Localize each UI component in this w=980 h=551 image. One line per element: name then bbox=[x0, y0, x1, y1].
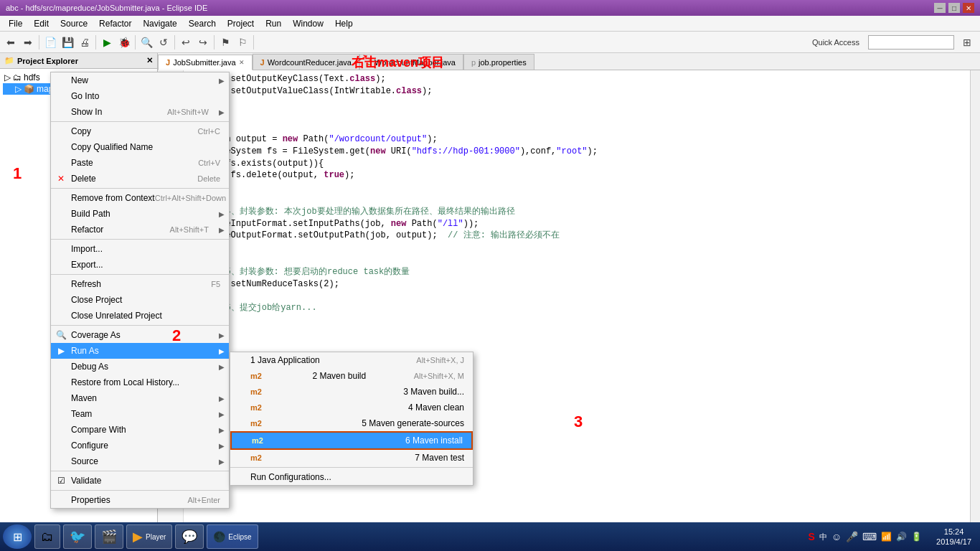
tab-properties[interactable]: p job.properties bbox=[463, 54, 534, 70]
runas-run-configs[interactable]: Run Configurations... bbox=[230, 469, 473, 485]
ctx-run-arrow: ▶ bbox=[219, 347, 225, 355]
ctx-configure-arrow: ▶ bbox=[219, 442, 225, 450]
ctx-sep-6 bbox=[51, 471, 229, 471]
ctx-build-path[interactable]: ▶ Build Path bbox=[51, 206, 229, 222]
ctx-paste[interactable]: Paste Ctrl+V bbox=[51, 155, 229, 171]
toolbar-search[interactable]: 🔍 bbox=[138, 34, 154, 50]
menu-project[interactable]: Project bbox=[222, 16, 260, 31]
minimize-button[interactable]: ─ bbox=[934, 3, 946, 13]
ctx-restore-history[interactable]: Restore from Local History... bbox=[51, 375, 229, 390]
ctx-source[interactable]: ▶ Source bbox=[51, 453, 229, 469]
maven-build-shortcut: Alt+Shift+X, M bbox=[414, 372, 464, 380]
toolbar-prev-annot[interactable]: ⚐ bbox=[235, 34, 250, 50]
ctx-refresh[interactable]: Refresh F5 bbox=[51, 276, 229, 292]
menu-navigate[interactable]: Navigate bbox=[137, 16, 182, 31]
taskbar-app-player[interactable]: ▶ Player bbox=[126, 524, 172, 549]
tab-close-job[interactable]: ✕ bbox=[239, 59, 245, 66]
project-explorer-title: Project Explorer bbox=[17, 57, 78, 65]
maven-build-dots-prefix: m2 bbox=[250, 387, 262, 396]
project-label-hdfs: hdfs bbox=[24, 72, 40, 83]
ctx-team[interactable]: ▶ Team bbox=[51, 406, 229, 422]
ctx-build-arrow: ▶ bbox=[219, 210, 225, 218]
editor-scrollbar[interactable] bbox=[970, 70, 980, 522]
runas-maven-test[interactable]: m2 7 Maven test bbox=[230, 450, 473, 466]
runas-maven-clean[interactable]: m2 4 Maven clean bbox=[230, 400, 473, 415]
ctx-remove-context[interactable]: Remove from Context Ctrl+Alt+Shift+Down bbox=[51, 190, 229, 206]
ctx-delete[interactable]: ✕ Delete Delete bbox=[51, 171, 229, 187]
menu-run[interactable]: Run bbox=[260, 16, 287, 31]
ctx-debug-as[interactable]: ▶ Debug As bbox=[51, 359, 229, 375]
ctx-coverage-as[interactable]: 🔍 ▶ Coverage As bbox=[51, 327, 229, 343]
ctx-new[interactable]: ▶ New bbox=[51, 72, 229, 88]
tab-jobsubmitter[interactable]: J JobSubmitter.java ✕ bbox=[158, 55, 253, 70]
menu-source[interactable]: Source bbox=[55, 16, 93, 31]
tab-icon-reducer: J bbox=[260, 58, 265, 67]
ctx-remove-shortcut: Ctrl+Alt+Shift+Down bbox=[155, 194, 226, 202]
toolbar-print[interactable]: 🖨 bbox=[77, 34, 93, 50]
menu-refactor[interactable]: Refactor bbox=[93, 16, 137, 31]
run-configs-label: Run Configurations... bbox=[250, 472, 331, 482]
expand-icon-hdfs: ▷ bbox=[4, 72, 11, 83]
toolbar-forward[interactable]: ➡ bbox=[20, 34, 36, 50]
ctx-maven[interactable]: ▶ Maven bbox=[51, 390, 229, 406]
clock-time: 15:24 bbox=[936, 527, 971, 537]
chat-taskbar-icon: 💬 bbox=[182, 529, 197, 545]
runas-maven-build[interactable]: m2 2 Maven build Alt+Shift+X, M bbox=[230, 368, 473, 384]
ctx-configure[interactable]: ▶ Configure bbox=[51, 438, 229, 453]
ctx-copy[interactable]: Copy Ctrl+C bbox=[51, 123, 229, 139]
quick-access-input[interactable] bbox=[868, 35, 954, 50]
tab-label-reducer: WordcountReducer.java bbox=[268, 58, 352, 67]
ctx-properties[interactable]: Properties Alt+Enter bbox=[51, 492, 229, 508]
toolbar-redo[interactable]: ↪ bbox=[195, 34, 211, 50]
toolbar-new[interactable]: 📄 bbox=[42, 34, 58, 50]
ctx-refactor-shortcut: Alt+Shift+T bbox=[170, 225, 220, 234]
menu-search[interactable]: Search bbox=[183, 16, 222, 31]
project-icon-hdfs: 🗂 bbox=[13, 72, 22, 83]
menu-window[interactable]: Window bbox=[287, 16, 329, 31]
keyboard-icon: ⌨ bbox=[862, 531, 877, 542]
runas-sep bbox=[230, 467, 473, 468]
toolbar-undo[interactable]: ↩ bbox=[178, 34, 194, 50]
tab-reducer[interactable]: J WordcountReducer.java bbox=[253, 54, 359, 70]
taskbar-app-folder[interactable]: 🗂 bbox=[34, 524, 60, 549]
maximize-button[interactable]: □ bbox=[948, 3, 960, 13]
ctx-export[interactable]: Export... bbox=[51, 257, 229, 273]
ctx-close-unrelated[interactable]: Close Unrelated Project bbox=[51, 308, 229, 324]
toolbar-back[interactable]: ⬅ bbox=[3, 34, 19, 50]
runas-java-app[interactable]: 1 Java Application Alt+Shift+X, J bbox=[230, 352, 473, 368]
toolbar-next-annot[interactable]: ⚑ bbox=[217, 34, 233, 50]
toolbar-search-area: Quick Access ⊞ bbox=[806, 34, 977, 50]
ctx-sep-1 bbox=[51, 121, 229, 122]
taskbar-app-media[interactable]: 🎬 bbox=[95, 524, 123, 549]
ctx-validate[interactable]: ☑ Validate bbox=[51, 473, 229, 489]
ctx-import[interactable]: Import... bbox=[51, 241, 229, 257]
taskbar-app-chat[interactable]: 💬 bbox=[175, 524, 204, 549]
taskbar-eclipse[interactable]: 🌑 Eclipse bbox=[207, 524, 258, 549]
ctx-show-shortcut: Alt+Shift+W bbox=[167, 108, 220, 116]
menu-help[interactable]: Help bbox=[329, 16, 359, 31]
taskbar-app-bird[interactable]: 🐦 bbox=[63, 524, 92, 549]
runas-maven-build-dots[interactable]: m2 3 Maven build... bbox=[230, 384, 473, 400]
toolbar-sep-1 bbox=[39, 35, 39, 50]
runas-maven-generate[interactable]: m2 5 Maven generate-sources bbox=[230, 415, 473, 431]
close-button[interactable]: ✕ bbox=[963, 3, 974, 13]
start-button[interactable]: ⊞ bbox=[3, 524, 32, 549]
menu-edit[interactable]: Edit bbox=[28, 16, 55, 31]
ctx-compare-with[interactable]: ▶ Compare With bbox=[51, 422, 229, 438]
toolbar-save[interactable]: 💾 bbox=[60, 34, 75, 50]
toolbar-perspective[interactable]: ⊞ bbox=[957, 34, 977, 50]
ctx-paste-shortcut: Ctrl+V bbox=[198, 159, 220, 167]
ctx-copy-qualified[interactable]: Copy Qualified Name bbox=[51, 139, 229, 155]
ctx-run-as[interactable]: ▶ ▶ Run As bbox=[51, 343, 229, 359]
pe-close-icon[interactable]: ✕ bbox=[146, 56, 153, 65]
menu-file[interactable]: File bbox=[3, 16, 28, 31]
runas-maven-install[interactable]: m2 6 Maven install bbox=[230, 431, 473, 450]
toolbar-debug[interactable]: 🐞 bbox=[116, 34, 132, 50]
editor-tabs: J JobSubmitter.java ✕ J WordcountReducer… bbox=[158, 53, 980, 70]
toolbar-run[interactable]: ▶ bbox=[99, 34, 115, 50]
ctx-show-in[interactable]: ▶ Show In Alt+Shift+W bbox=[51, 104, 229, 120]
ctx-go-into[interactable]: Go Into bbox=[51, 88, 229, 104]
toolbar-ref[interactable]: ↺ bbox=[156, 34, 171, 50]
ctx-refactor[interactable]: ▶ Refactor Alt+Shift+T bbox=[51, 222, 229, 237]
ctx-close-project[interactable]: Close Project bbox=[51, 292, 229, 308]
